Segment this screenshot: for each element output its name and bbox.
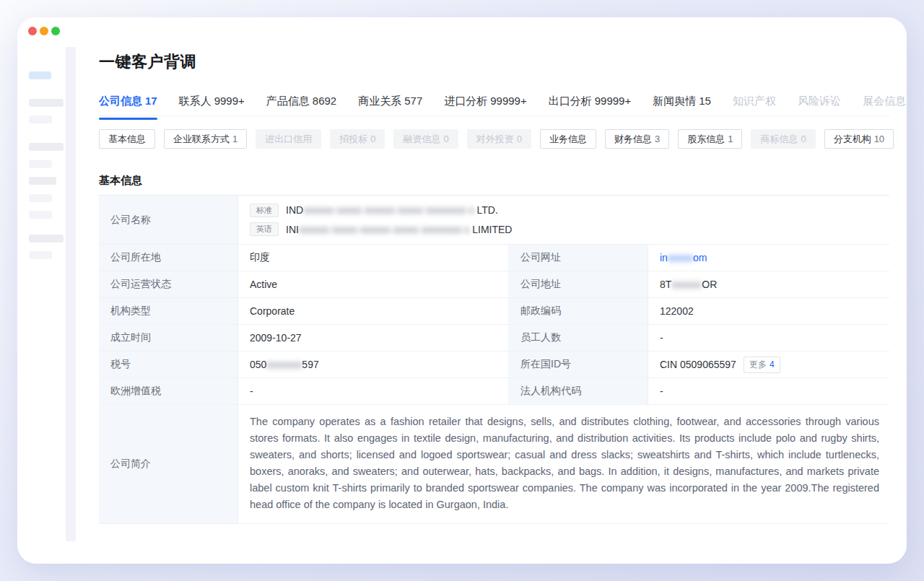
row-label-tax-id: 税号 <box>99 351 238 378</box>
founded-date-value: 2009-10-27 <box>238 325 509 351</box>
tab-intellectual-property: 知识产权 <box>733 90 776 115</box>
company-name-text: INIxxxxxx xxxxx xxxxxx xxxxx xxxxxxxx x … <box>286 224 512 235</box>
sidebar-skeleton-bar <box>29 143 64 151</box>
row-label-lei-code: 法人机构代码 <box>509 378 648 405</box>
subtab-bidding: 招投标0 <box>330 129 385 149</box>
company-name-text: INDxxxxxx xxxxx xxxxxx xxxxx xxxxxxxx x … <box>286 204 498 216</box>
subtab-financial-info[interactable]: 财务信息3 <box>605 129 669 149</box>
name-tag-english: 英语 <box>250 222 279 236</box>
company-name-cell: 标准 INDxxxxxx xxxxx xxxxxx xxxxx xxxxxxxx… <box>238 196 889 245</box>
row-label-operating-status: 公司运营状态 <box>99 271 238 298</box>
company-name-standard: 标准 INDxxxxxx xxxxx xxxxxx xxxxx xxxxxxxx… <box>250 204 498 217</box>
company-name-english: 英语 INIxxxxxx xxxxx xxxxxx xxxxx xxxxxxxx… <box>250 222 512 236</box>
row-label-company-name: 公司名称 <box>99 196 238 245</box>
tab-news-sentiment[interactable]: 新闻舆情15 <box>653 90 711 115</box>
employee-count-value: - <box>648 325 889 351</box>
tab-import-analysis[interactable]: 进口分析99999+ <box>444 90 526 115</box>
sidebar-skeleton-bar <box>29 160 52 168</box>
subtab-branches[interactable]: 分支机构10 <box>824 129 894 149</box>
sidebar-skeleton-bar <box>29 115 52 123</box>
subtab-basic-info[interactable]: 基本信息 <box>99 129 155 149</box>
name-tag-standard: 标准 <box>250 204 279 217</box>
tab-risk-litigation: 风险诉讼 <box>798 90 841 115</box>
zoom-button[interactable] <box>51 27 60 35</box>
sidebar-skeleton-bar <box>29 194 52 202</box>
row-label-eu-vat: 欧洲增值税 <box>99 378 238 405</box>
sidebar-skeleton-bar <box>29 211 52 219</box>
app-window: 一键客户背调 公司信息17 联系人9999+ 产品信息8692 商业关系577 … <box>17 17 907 564</box>
subtab-outbound-investment: 对外投资0 <box>467 129 531 149</box>
row-label-postal-code: 邮政编码 <box>509 298 648 325</box>
row-label-national-id: 所在国ID号 <box>509 351 648 378</box>
address-value: 8TxxxxxxOR <box>648 271 889 298</box>
row-label-founded-date: 成立时间 <box>99 325 238 351</box>
close-button[interactable] <box>28 27 37 35</box>
tab-products[interactable]: 产品信息8692 <box>266 90 336 115</box>
tax-id-value: 050xxxxxxx597 <box>238 351 509 378</box>
row-label-employee-count: 员工人数 <box>509 325 648 351</box>
redacted-text: xxxxxx <box>671 279 702 290</box>
more-ids-button[interactable]: 更多4 <box>744 357 780 373</box>
company-profile-text: The company operates as a fashion retail… <box>250 414 879 513</box>
tab-company-info[interactable]: 公司信息17 <box>99 90 157 115</box>
page-title: 一键客户背调 <box>99 51 196 73</box>
sidebar-divider <box>66 47 76 541</box>
org-type-value: Corporate <box>238 298 509 325</box>
basic-info-table: 公司名称 标准 INDxxxxxx xxxxx xxxxxx xxxxx xxx… <box>99 195 889 524</box>
sidebar-skeleton-bar <box>29 99 64 107</box>
website-value: inxxxxxom <box>648 245 889 271</box>
company-profile-cell: The company operates as a fashion retail… <box>238 405 889 524</box>
subtab-shareholder-info[interactable]: 股东信息1 <box>678 129 742 149</box>
operating-status-value: Active <box>238 271 509 298</box>
window-controls <box>28 27 60 35</box>
location-value: 印度 <box>238 245 509 271</box>
sub-tab-bar: 基本信息 企业联系方式1 进出口信用 招投标0 融资信息0 对外投资0 业务信息… <box>99 129 894 149</box>
subtab-trademark-info: 商标信息0 <box>751 129 815 149</box>
company-website-link[interactable]: inxxxxxom <box>660 252 707 263</box>
redacted-text: xxxxxx xxxxx xxxxxx xxxxx xxxxxxxx x <box>299 224 469 235</box>
redacted-text: xxxxxxx <box>266 359 302 370</box>
tab-exhibition-info: 展会信息 <box>863 90 906 115</box>
row-label-address: 公司地址 <box>509 271 648 298</box>
tab-export-analysis[interactable]: 出口分析99999+ <box>549 90 631 115</box>
postal-code-value: 122002 <box>648 298 889 325</box>
eu-vat-value: - <box>238 378 509 405</box>
subtab-financing-info: 融资信息0 <box>393 129 458 149</box>
sidebar-skeleton-bar <box>29 177 56 185</box>
row-label-website: 公司网址 <box>509 245 648 271</box>
redacted-text: xxxxxx xxxxx xxxxxx xxxxx xxxxxxxx x <box>303 204 474 216</box>
lei-code-value: - <box>648 378 889 405</box>
row-label-location: 公司所在地 <box>99 245 238 271</box>
minimize-button[interactable] <box>40 27 48 35</box>
row-label-company-profile: 公司简介 <box>99 405 238 524</box>
tab-business-relations[interactable]: 商业关系577 <box>358 90 422 115</box>
row-label-org-type: 机构类型 <box>99 298 238 325</box>
section-title-basic-info: 基本信息 <box>99 174 142 188</box>
redacted-text: xxxxx <box>668 252 693 263</box>
national-id-value: CIN 0509065597 更多4 <box>648 351 889 378</box>
tab-contacts[interactable]: 联系人9999+ <box>179 90 245 115</box>
subtab-import-export-credit: 进出口信用 <box>256 129 321 149</box>
subtab-business-info[interactable]: 业务信息 <box>540 129 596 149</box>
sidebar-skeleton-bar <box>29 235 64 243</box>
sidebar-skeleton-bar <box>29 251 52 259</box>
top-tab-bar: 公司信息17 联系人9999+ 产品信息8692 商业关系577 进口分析999… <box>99 90 889 116</box>
subtab-contact-methods[interactable]: 企业联系方式1 <box>164 129 247 149</box>
sidebar-skeleton-bar-active[interactable] <box>29 71 51 79</box>
